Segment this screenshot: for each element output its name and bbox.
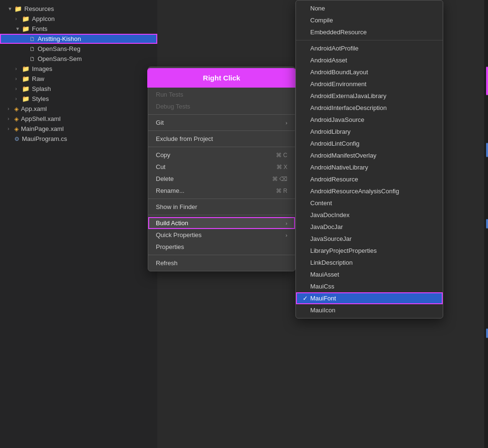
chevron-images: ›: [15, 66, 21, 71]
tree-label-appicon: AppIcon: [32, 15, 55, 22]
submenu-label-android-java-source: AndroidJavaSource: [310, 116, 364, 123]
menu-item-git[interactable]: Git ›: [148, 117, 295, 129]
submenu-item-android-env[interactable]: AndroidEnvironment: [296, 78, 443, 90]
folder-icon-resources: 📁: [14, 5, 22, 12]
cut-shortcut: ⌘ X: [276, 164, 287, 170]
submenu-item-android-interface[interactable]: AndroidInterfaceDescription: [296, 102, 443, 114]
submenu-label-android-bound: AndroidBoundLayout: [310, 69, 368, 76]
menu-item-build-action[interactable]: Build Action ›: [148, 217, 295, 229]
tree-label-resources: Resources: [24, 5, 54, 12]
tree-label-mainpage-xaml: MainPage.xaml: [21, 125, 64, 132]
properties-label: Properties: [156, 243, 184, 250]
tree-item-styles[interactable]: › 📁 Styles: [0, 94, 157, 104]
submenu-item-maui-css[interactable]: MauiCss: [296, 280, 443, 292]
submenu-item-android-native[interactable]: AndroidNativeLibrary: [296, 161, 443, 173]
file-tree: ▼ 📁 Resources › 📁 AppIcon ▼ 📁 Fonts 🗋 An…: [0, 0, 157, 448]
debug-tests-label: Debug Tests: [156, 103, 190, 110]
submenu-label-android-library: AndroidLibrary: [310, 128, 351, 135]
submenu-label-maui-asset: MauiAsset: [310, 271, 339, 278]
chevron-mainpage-xaml: ›: [8, 126, 13, 131]
chevron-fonts: ▼: [15, 26, 21, 31]
submenu-label-maui-font: MauiFont: [310, 295, 336, 302]
submenu-item-none[interactable]: None: [296, 2, 443, 14]
submenu-item-android-java-source[interactable]: AndroidJavaSource: [296, 114, 443, 126]
tree-label-opensans-sem: OpenSans-Sem: [38, 55, 82, 62]
accent-bar-1: [486, 67, 488, 95]
folder-icon-images: 📁: [22, 65, 30, 72]
menu-item-rename[interactable]: Rename... ⌘ R: [148, 185, 295, 197]
submenu-divider-1: [296, 40, 443, 40]
submenu-item-android-resource[interactable]: AndroidResource: [296, 173, 443, 185]
menu-item-delete[interactable]: Delete ⌘ ⌫: [148, 173, 295, 185]
tree-item-appshell-xaml[interactable]: › ◈ AppShell.xaml: [0, 114, 157, 124]
tree-item-appicon[interactable]: › 📁 AppIcon: [0, 14, 157, 24]
tree-item-anstting[interactable]: 🗋 Anstting-Kishon: [0, 34, 157, 44]
submenu-item-android-resource-analysis[interactable]: AndroidResourceAnalysisConfig: [296, 185, 443, 197]
menu-item-exclude[interactable]: Exclude from Project: [148, 133, 295, 145]
tree-item-splash[interactable]: › 📁 Splash: [0, 84, 157, 94]
divider-5: [148, 215, 295, 215]
tree-label-images: Images: [32, 65, 52, 72]
git-arrow-icon: ›: [285, 120, 287, 126]
accent-bar-2: [486, 143, 488, 157]
build-action-label: Build Action: [156, 219, 188, 227]
menu-item-run-tests[interactable]: Run Tests: [148, 89, 295, 100]
submenu-item-library-project[interactable]: LibraryProjectProperties: [296, 245, 443, 257]
tree-item-opensans-reg[interactable]: 🗋 OpenSans-Reg: [0, 44, 157, 54]
tree-item-fonts[interactable]: ▼ 📁 Fonts: [0, 24, 157, 34]
submenu-item-android-manifest[interactable]: AndroidManifestOverlay: [296, 149, 443, 161]
submenu-item-maui-icon[interactable]: MauiIcon: [296, 304, 443, 316]
submenu-label-compile: Compile: [310, 17, 333, 24]
tree-item-images[interactable]: › 📁 Images: [0, 64, 157, 74]
menu-item-cut[interactable]: Cut ⌘ X: [148, 161, 295, 173]
submenu-item-maui-asset[interactable]: MauiAsset: [296, 269, 443, 280]
submenu-item-android-asset[interactable]: AndroidAsset: [296, 54, 443, 66]
submenu-item-link-description[interactable]: LinkDescription: [296, 257, 443, 269]
submenu-item-android-library[interactable]: AndroidLibrary: [296, 126, 443, 138]
tree-item-opensans-sem[interactable]: 🗋 OpenSans-Sem: [0, 54, 157, 64]
submenu-label-android-manifest: AndroidManifestOverlay: [310, 152, 376, 159]
tree-item-mauiprogram-cs[interactable]: ⚙ MauiProgram.cs: [0, 134, 157, 144]
submenu-item-android-bound[interactable]: AndroidBoundLayout: [296, 66, 443, 78]
copy-label: Copy: [156, 151, 170, 159]
menu-item-show-finder[interactable]: Show in Finder: [148, 201, 295, 213]
tree-item-mainpage-xaml[interactable]: › ◈ MainPage.xaml: [0, 124, 157, 134]
accent-bar-4: [486, 329, 488, 338]
menu-item-copy[interactable]: Copy ⌘ C: [148, 149, 295, 161]
tree-item-resources[interactable]: ▼ 📁 Resources: [0, 4, 157, 14]
folder-icon-styles: 📁: [22, 95, 30, 102]
submenu-item-android-aot[interactable]: AndroidAotProfile: [296, 42, 443, 54]
chevron-app-xaml: ›: [8, 106, 13, 111]
submenu-item-compile[interactable]: Compile: [296, 14, 443, 26]
folder-icon-fonts: 📁: [22, 25, 30, 32]
folder-icon-appicon: 📁: [22, 15, 30, 22]
menu-item-quick-properties[interactable]: Quick Properties ›: [148, 229, 295, 241]
submenu-label-library-project: LibraryProjectProperties: [310, 247, 376, 254]
submenu-label-javadoc-index: JavaDocIndex: [310, 211, 349, 219]
tree-label-splash: Splash: [32, 85, 51, 92]
submenu-item-embedded[interactable]: EmbeddedResource: [296, 26, 443, 38]
submenu-item-content[interactable]: Content: [296, 197, 443, 209]
submenu-item-java-source-jar[interactable]: JavaSourceJar: [296, 233, 443, 245]
submenu-label-content: Content: [310, 199, 332, 207]
submenu-label-javadoc-jar: JavaDocJar: [310, 223, 343, 230]
menu-item-refresh[interactable]: Refresh: [148, 257, 295, 269]
exclude-label: Exclude from Project: [156, 135, 213, 142]
tree-label-fonts: Fonts: [32, 25, 48, 32]
tree-label-opensans-reg: OpenSans-Reg: [38, 45, 81, 52]
menu-item-debug-tests[interactable]: Debug Tests: [148, 100, 295, 112]
submenu-item-maui-font[interactable]: ✓ MauiFont: [296, 292, 443, 304]
submenu-item-javadoc-index[interactable]: JavaDocIndex: [296, 209, 443, 221]
tree-item-app-xaml[interactable]: › ◈ App.xaml: [0, 104, 157, 114]
tree-item-raw[interactable]: › 📁 Raw: [0, 74, 157, 84]
submenu-item-android-lint[interactable]: AndroidLintConfig: [296, 138, 443, 149]
submenu-item-javadoc-jar[interactable]: JavaDocJar: [296, 221, 443, 233]
submenu-item-android-ext-java[interactable]: AndroidExternalJavaLibrary: [296, 90, 443, 102]
folder-icon-raw: 📁: [22, 75, 30, 82]
file-icon-opensans-reg: 🗋: [30, 46, 35, 52]
menu-item-properties[interactable]: Properties: [148, 241, 295, 253]
chevron-resources: ▼: [8, 6, 13, 11]
submenu-label-android-ext-java: AndroidExternalJavaLibrary: [310, 92, 386, 100]
build-action-submenu: None Compile EmbeddedResource AndroidAot…: [295, 0, 443, 319]
xaml-icon-app: ◈: [14, 106, 19, 112]
